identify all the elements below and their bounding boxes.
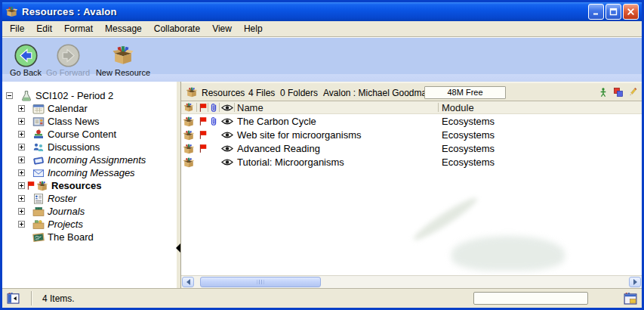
splitter-collapse-icon[interactable]: [176, 243, 180, 253]
file-count: 4 Files: [248, 88, 275, 98]
statusbar-separator: [31, 291, 32, 305]
scroll-left-button[interactable]: [182, 277, 194, 287]
new-resource-button[interactable]: New Resource: [91, 38, 155, 82]
eye-icon[interactable]: [221, 158, 233, 166]
tree-expand-toggle[interactable]: [18, 221, 25, 228]
resource-name[interactable]: Tutorial: Microorganisms: [237, 157, 344, 168]
flag-icon: [26, 181, 35, 191]
tree-item-label: Discussions: [48, 141, 100, 153]
scroll-right-button[interactable]: [629, 277, 641, 287]
menu-item-help[interactable]: Help: [238, 22, 269, 36]
table-row[interactable]: The Carbon Cycle Ecosystems: [181, 115, 642, 129]
tree-item-projects[interactable]: Projects: [2, 218, 176, 231]
tree-expand-toggle[interactable]: [18, 182, 25, 189]
assignments-icon: [32, 154, 45, 166]
projects-icon: [32, 219, 45, 231]
tree-item-roster[interactable]: Roster: [2, 192, 176, 205]
app-icon[interactable]: [5, 5, 18, 18]
close-button[interactable]: [623, 4, 639, 20]
resource-box-icon: [36, 180, 48, 192]
eye-icon[interactable]: [221, 144, 233, 153]
tree-item-label: Journals: [48, 206, 85, 217]
collapse-panel-icon[interactable]: [7, 292, 20, 305]
flag-icon: [199, 144, 207, 153]
tree-expand-toggle[interactable]: [18, 105, 25, 112]
resources-panel: Resources 4 Files 0 Folders Avalon : Mic…: [181, 82, 642, 288]
column-separator: [234, 103, 235, 112]
tree-item-label: Class News: [48, 116, 100, 127]
eye-column-icon[interactable]: [221, 104, 233, 112]
forward-arrow-icon: [56, 43, 81, 68]
pencil-icon[interactable]: [627, 87, 638, 98]
flag-column-icon[interactable]: [199, 103, 207, 113]
go-forward-label: Go Forward: [46, 68, 90, 77]
table-row[interactable]: Web site for microorganisms Ecosystems: [181, 129, 642, 142]
scrollbar-thumb[interactable]: [200, 277, 321, 287]
journals-icon: [32, 206, 45, 218]
free-space-gauge: 48M Free: [424, 86, 506, 99]
tree-expand-toggle[interactable]: [18, 131, 25, 138]
horizontal-scrollbar[interactable]: [181, 275, 642, 288]
tree-expand-toggle[interactable]: [18, 169, 25, 176]
tree-item-resources[interactable]: Resources: [2, 179, 176, 192]
resource-name[interactable]: The Carbon Cycle: [237, 116, 316, 127]
tree-collapse-toggle[interactable]: [6, 92, 13, 99]
tree-item-discussions[interactable]: Discussions: [2, 141, 176, 153]
tree-expand-toggle[interactable]: [18, 208, 25, 215]
tree-item-incoming-messages[interactable]: Incoming Messages: [2, 166, 176, 179]
tree-item-journals[interactable]: Journals: [2, 205, 176, 218]
board-icon: [32, 231, 45, 243]
resource-box-icon: [186, 86, 198, 98]
go-back-button[interactable]: Go Back: [7, 38, 45, 82]
menu-item-collaborate[interactable]: Collaborate: [148, 22, 206, 36]
panel-splitter[interactable]: [176, 82, 181, 288]
tree-item-the-board[interactable]: The Board: [2, 231, 176, 243]
tree-item-course-root[interactable]: SCI102 - Period 2: [2, 89, 176, 102]
tree-item-label: Roster: [48, 193, 76, 204]
resource-module: Ecosystems: [442, 129, 495, 141]
flag-icon: [199, 116, 207, 126]
close-icon: [627, 8, 635, 16]
column-header-module[interactable]: Module: [442, 102, 474, 113]
tree-expand-toggle[interactable]: [18, 157, 25, 163]
menu-item-edit[interactable]: Edit: [30, 22, 58, 36]
eye-icon[interactable]: [221, 117, 233, 126]
column-separator: [438, 103, 439, 112]
tree-item-course-content[interactable]: Course Content: [2, 128, 176, 141]
flag-icon: [199, 130, 207, 140]
paperclip-column-icon[interactable]: [209, 103, 219, 113]
tree-expand-toggle[interactable]: [18, 118, 25, 125]
column-header-name[interactable]: Name: [237, 102, 263, 113]
tree-item-calendar[interactable]: Calendar: [2, 102, 176, 115]
tree-expand-toggle[interactable]: [18, 144, 25, 150]
paperclip-icon: [209, 116, 219, 126]
tree-item-label: Incoming Messages: [48, 167, 135, 178]
tree-expand-toggle[interactable]: [18, 195, 25, 202]
resource-box-icon: [183, 129, 195, 141]
resource-name[interactable]: Advanced Reading: [237, 143, 320, 154]
copy-layers-icon[interactable]: [613, 87, 624, 98]
content-area: SCI102 - Period 2 Calendar Class News Co…: [2, 82, 642, 288]
go-forward-button[interactable]: Go Forward: [45, 38, 91, 82]
menu-item-message[interactable]: Message: [99, 22, 148, 36]
menu-item-file[interactable]: File: [4, 22, 30, 36]
title-bar[interactable]: Resources : Avalon: [2, 2, 642, 21]
minimize-button[interactable]: [588, 4, 604, 20]
menu-item-view[interactable]: View: [206, 22, 238, 36]
resource-name[interactable]: Web site for microorganisms: [237, 129, 361, 141]
table-row[interactable]: Tutorial: Microorganisms Ecosystems: [181, 156, 642, 169]
resource-box-column-icon[interactable]: [183, 102, 194, 113]
table-body: The Carbon Cycle Ecosystems Web site for…: [181, 115, 642, 275]
resource-box-icon: [183, 157, 195, 169]
tree-item-label: Resources: [51, 180, 101, 191]
tree-item-class-news[interactable]: Class News: [2, 115, 176, 128]
panel-info-bar: Resources 4 Files 0 Folders Avalon : Mic…: [181, 82, 642, 101]
menu-item-format[interactable]: Format: [58, 22, 99, 36]
eye-icon[interactable]: [221, 131, 233, 139]
table-row[interactable]: Advanced Reading Ecosystems: [181, 142, 642, 156]
maximize-button[interactable]: [605, 4, 621, 20]
user-icon[interactable]: [598, 87, 609, 98]
tree-item-incoming-assignments[interactable]: Incoming Assignments: [2, 153, 176, 166]
flask-icon: [20, 90, 32, 102]
panel-toggle-icon[interactable]: [624, 292, 637, 305]
